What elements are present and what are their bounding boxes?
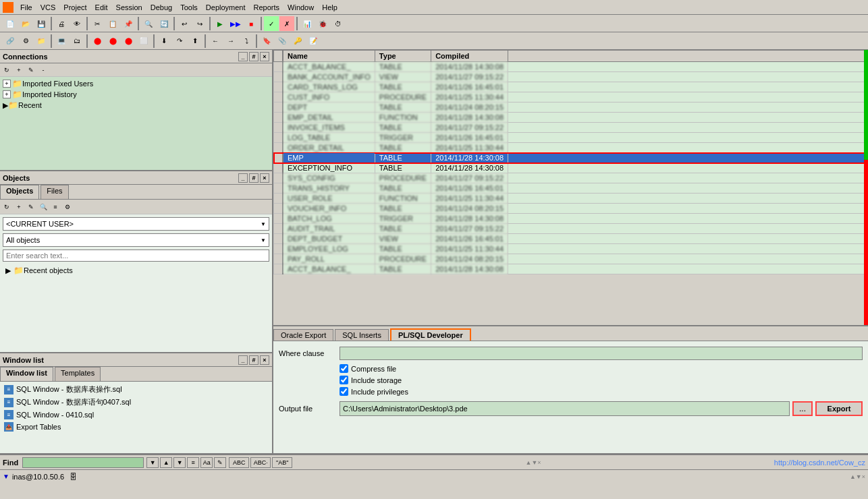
- menu-help[interactable]: Help: [318, 2, 342, 13]
- run-btn[interactable]: ▶: [213, 16, 227, 31]
- window-item-2[interactable]: ≡ SQL Window - 0410.sql: [1, 409, 271, 421]
- tree-imported-fixed[interactable]: + 📁 Imported Fixed Users: [1, 78, 271, 89]
- copy-btn[interactable]: 📋: [105, 16, 120, 31]
- explain-btn[interactable]: 📊: [300, 16, 315, 31]
- conn-remove[interactable]: -: [38, 65, 49, 76]
- tb2-6[interactable]: ⬤: [90, 34, 105, 49]
- tb2-7[interactable]: ⬤: [105, 34, 120, 49]
- conn-add[interactable]: +: [13, 65, 24, 76]
- tree-imported-history[interactable]: + 📁 Imported History: [1, 89, 271, 100]
- output-file-input[interactable]: [340, 401, 790, 416]
- export-tab-oracle[interactable]: Oracle Export: [273, 329, 333, 341]
- find-abc2-btn[interactable]: ABC·: [250, 457, 271, 468]
- storage-checkbox[interactable]: [340, 376, 348, 384]
- tb2-16[interactable]: 📝: [306, 34, 321, 49]
- menu-deployment[interactable]: Deployment: [202, 2, 250, 13]
- redo-btn[interactable]: ↪: [192, 16, 207, 31]
- tab-files[interactable]: Files: [40, 185, 68, 199]
- obj-filter[interactable]: 🔍: [38, 202, 49, 212]
- tb2-3[interactable]: 📁: [34, 34, 49, 49]
- find-abc-btn[interactable]: ABC: [229, 457, 249, 468]
- objects-pin[interactable]: #: [249, 173, 259, 183]
- step-over-btn[interactable]: ↷: [172, 34, 187, 49]
- find-dropdown-btn[interactable]: ▼: [146, 457, 159, 468]
- conn-refresh[interactable]: ↻: [1, 65, 12, 76]
- menu-reports[interactable]: Reports: [250, 2, 284, 13]
- export-tab-plsql[interactable]: PL/SQL Developer: [390, 328, 471, 341]
- tb2-8[interactable]: ⬤: [121, 34, 136, 49]
- menu-project[interactable]: Project: [59, 2, 90, 13]
- tb2-12[interactable]: ⤵: [239, 34, 254, 49]
- current-user-dropdown[interactable]: <CURRENT USER> ▼: [3, 217, 269, 231]
- tb2-10[interactable]: ←: [208, 34, 223, 49]
- privileges-checkbox[interactable]: [340, 387, 348, 396]
- menu-edit[interactable]: Edit: [91, 2, 112, 13]
- menu-file[interactable]: File: [16, 2, 36, 13]
- wl-close[interactable]: ×: [260, 355, 269, 365]
- window-item-0[interactable]: ≡ SQL Window - 数据库表操作.sql: [1, 383, 271, 396]
- open-btn[interactable]: 📂: [18, 16, 33, 31]
- connections-pin[interactable]: #: [249, 52, 259, 61]
- browse-button[interactable]: ...: [792, 401, 813, 416]
- tb2-11[interactable]: →: [223, 34, 238, 49]
- tb2-1[interactable]: 🔗: [3, 34, 18, 49]
- replace-btn[interactable]: 🔄: [157, 16, 171, 31]
- obj-edit[interactable]: ✎: [26, 202, 36, 212]
- tab-templates[interactable]: Templates: [55, 367, 101, 381]
- new-btn[interactable]: 📄: [3, 16, 18, 31]
- tb2-13[interactable]: 🔖: [259, 34, 274, 49]
- debug-btn[interactable]: 🐞: [315, 16, 330, 31]
- window-item-1[interactable]: ≡ SQL Window - 数据库语句0407.sql: [1, 396, 271, 409]
- obj-more[interactable]: ≡: [50, 202, 61, 212]
- undo-btn[interactable]: ↩: [177, 16, 192, 31]
- wl-minimize[interactable]: _: [238, 355, 248, 365]
- tb2-14[interactable]: 📎: [275, 34, 290, 49]
- find-next-btn[interactable]: ▼: [173, 457, 186, 468]
- obj-settings[interactable]: ⚙: [62, 202, 73, 212]
- window-item-3[interactable]: 📤 Export Tables: [1, 421, 271, 433]
- expand-imported-fixed[interactable]: +: [3, 80, 11, 88]
- menu-vcs[interactable]: VCS: [36, 2, 60, 13]
- preview-btn[interactable]: 👁: [70, 16, 84, 31]
- recent-objects-item[interactable]: ▶ 📁 Recent objects: [3, 264, 269, 276]
- th-type[interactable]: Type: [375, 51, 431, 62]
- run-script-btn[interactable]: ▶▶: [228, 16, 243, 31]
- wl-pin[interactable]: #: [249, 355, 259, 365]
- save-btn[interactable]: 💾: [34, 16, 49, 31]
- th-compiled[interactable]: Compiled: [431, 51, 508, 62]
- menu-tools[interactable]: Tools: [176, 2, 202, 13]
- find-quotes-btn[interactable]: "AB": [272, 457, 292, 468]
- obj-refresh[interactable]: ↻: [1, 202, 12, 212]
- all-objects-dropdown[interactable]: All objects ▼: [3, 233, 269, 247]
- tb2-15[interactable]: 🔑: [290, 34, 305, 49]
- data-table-container[interactable]: Name Type Compiled ACCT_BALANCE_TABLE201…: [273, 50, 868, 325]
- tab-window-list[interactable]: Window list: [0, 367, 53, 381]
- find-btn[interactable]: 🔍: [141, 16, 156, 31]
- search-box[interactable]: [3, 250, 269, 262]
- connections-minimize[interactable]: _: [238, 52, 248, 61]
- objects-close[interactable]: ×: [260, 173, 269, 183]
- th-name[interactable]: Name: [283, 51, 375, 62]
- where-clause-input[interactable]: [340, 347, 863, 360]
- rollback-btn[interactable]: ✗: [279, 16, 294, 31]
- search-input[interactable]: [6, 252, 266, 260]
- profiler-btn[interactable]: ⏱: [331, 16, 346, 31]
- cut-btn[interactable]: ✂: [90, 16, 105, 31]
- objects-minimize[interactable]: _: [238, 173, 248, 183]
- obj-add[interactable]: +: [13, 202, 24, 212]
- find-edit-btn[interactable]: ✎: [214, 457, 226, 468]
- step-into-btn[interactable]: ⬇: [157, 34, 171, 49]
- menu-window[interactable]: Window: [283, 2, 318, 13]
- tb2-5[interactable]: 🗂: [70, 34, 84, 49]
- print-btn[interactable]: 🖨: [54, 16, 69, 31]
- paste-btn[interactable]: 📌: [121, 16, 136, 31]
- find-clear-btn[interactable]: ≡: [187, 457, 199, 468]
- step-out-btn[interactable]: ⬆: [188, 34, 202, 49]
- find-prev-btn[interactable]: ▲: [160, 457, 172, 468]
- export-tab-sql-inserts[interactable]: SQL Inserts: [335, 329, 389, 341]
- conn-edit[interactable]: ✎: [26, 65, 36, 76]
- compress-checkbox[interactable]: [340, 364, 348, 373]
- stop-btn[interactable]: ■: [244, 16, 259, 31]
- connections-close[interactable]: ×: [260, 52, 269, 61]
- tree-recent[interactable]: ▶ 📁 Recent: [1, 100, 271, 111]
